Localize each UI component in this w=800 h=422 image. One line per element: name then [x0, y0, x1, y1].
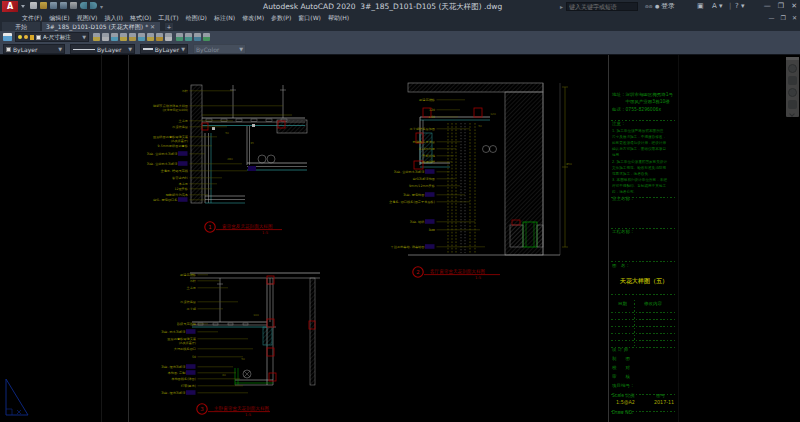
save-as-icon[interactable] [60, 2, 67, 9]
color-dropdown[interactable]: ByLayer ▼ [3, 44, 65, 54]
layer-unlock-icon[interactable] [165, 33, 172, 41]
linetype-value: ByLayer [97, 46, 126, 53]
layer-lock-icon[interactable] [156, 33, 163, 41]
minimize-button[interactable]: — [764, 1, 771, 11]
navbar-handle[interactable] [786, 57, 799, 60]
menu-edit[interactable]: 编辑(E) [49, 13, 69, 22]
detail-label: 吊顶转换层 [180, 300, 197, 304]
detail-title: 窗帘盒及天花剖面大样图 [222, 223, 273, 230]
navigation-bar [786, 57, 799, 117]
search-icon[interactable]: ⊙⊙ [645, 2, 653, 11]
detail-tag [178, 197, 188, 202]
detail-label: 金属骨. 槽铝天花线 [160, 169, 188, 173]
plot-icon[interactable] [70, 2, 77, 9]
menu-window[interactable]: 窗口(W) [298, 13, 321, 22]
layer-make-current-icon[interactable] [93, 33, 100, 41]
detail-dimension: 120 [490, 112, 496, 116]
detail-label: +60 [428, 115, 435, 119]
titleblock-column: 地址：深圳市福田区梅秀路1号 中国风产业园3栋10楼电话：0755-829600… [608, 55, 678, 422]
save-icon[interactable] [50, 2, 57, 9]
detail-scale: 1:5 [245, 412, 252, 417]
orbit-icon[interactable] [788, 100, 797, 109]
layer-delete-icon[interactable] [203, 33, 210, 41]
color-dropdown-arrow-icon: ▼ [58, 46, 62, 52]
detail-label: 9mm/12mm夹板 [409, 184, 436, 188]
restore-button[interactable]: ❐ [778, 1, 784, 11]
tab-start[interactable]: 开始 [2, 22, 40, 31]
layer-properties-icon[interactable] [3, 33, 12, 41]
autodesk-app-icon[interactable]: A ▾ [712, 2, 723, 11]
redo-icon[interactable] [90, 2, 97, 9]
pan-icon[interactable] [788, 76, 797, 85]
linetype-dropdown[interactable]: ByLayer ▼ [70, 44, 135, 54]
menu-insert[interactable]: 插入(I) [104, 13, 122, 22]
menu-dimension[interactable]: 标注(N) [214, 13, 235, 22]
detail-label: 工字钢转换层加固 [410, 127, 436, 131]
titleblock-right-border [678, 55, 679, 422]
layer-freeze-icon[interactable] [138, 33, 145, 41]
layer-dropdown[interactable]: A-尺寸标注 ▼ [15, 32, 89, 42]
layer-unisolate-icon[interactable] [129, 33, 136, 41]
menu-view[interactable]: 视图(V) [77, 13, 98, 22]
detail-label: 乳白. 哑光乳胶漆 [161, 391, 186, 395]
close-button[interactable]: ✕ [791, 1, 797, 11]
layer-isolate-icon[interactable] [120, 33, 127, 41]
lineweight-dropdown[interactable]: ByLayer ▼ [140, 44, 188, 54]
detail-label: 不锈钢槽 [422, 160, 436, 164]
drawing-canvas[interactable]: 吊杆细部节点做法详见大样图(次龙骨间距≤400)主龙骨吊顶转换层双层纸面石膏板错… [0, 55, 800, 422]
detail-dimension: 850 [566, 162, 572, 166]
detail-label: 工字钢 [186, 307, 196, 311]
plotstyle-dropdown: ByColor ▼ [193, 44, 246, 54]
signin-label[interactable]: 登录 [661, 2, 675, 11]
layer-off-icon[interactable] [147, 33, 154, 41]
help-icon[interactable]: ? ▾ [735, 2, 744, 11]
navigation-wheel-icon[interactable] [788, 64, 797, 73]
detail-label: 原建筑楼板 [419, 98, 436, 102]
signin-user-icon[interactable]: ● [655, 2, 659, 11]
layer-vpdefault-icon[interactable] [185, 33, 192, 41]
new-file-icon[interactable] [30, 2, 37, 9]
menu-file[interactable]: 文件(F) [22, 13, 42, 22]
app-logo[interactable]: A [2, 1, 18, 12]
menu-modify[interactable]: 修改(M) [242, 13, 264, 22]
doc-restore-button[interactable]: ❐ [781, 13, 786, 22]
titleblock-line: 1. 施工单位须严格按照本图所注 [612, 128, 663, 133]
menu-format[interactable]: 格式(O) [130, 13, 151, 22]
titleblock-line: 范要求施工，违者自负。 [612, 171, 652, 176]
titleblock-line: 审 核 [612, 374, 630, 380]
zoom-icon[interactable] [788, 88, 797, 97]
doc-minimize-button[interactable]: — [769, 13, 775, 22]
detail-tag [425, 192, 435, 197]
new-tab-button[interactable]: + [165, 23, 173, 30]
app-menu-arrow-icon[interactable] [21, 5, 25, 8]
search-expand-icon[interactable]: ▸ [560, 3, 563, 10]
detail-label: 50 [192, 355, 196, 359]
doc-close-button[interactable]: ✕ [792, 13, 797, 22]
menu-tools[interactable]: 工具(T) [158, 13, 178, 22]
open-file-icon[interactable] [40, 2, 47, 9]
layer-walk-icon[interactable] [176, 33, 183, 41]
navbar-more-icon[interactable] [789, 111, 795, 117]
layer-merge-icon[interactable] [194, 33, 201, 41]
detail-dimension: 35 [250, 141, 254, 145]
ucs-icon [3, 377, 31, 419]
titleblock-line: 修改内容 [644, 301, 662, 307]
layout-line-2 [128, 55, 129, 422]
search-input[interactable] [566, 2, 638, 11]
lineweight-value: ByLayer [155, 46, 179, 53]
layer-previous-icon[interactable] [111, 33, 118, 41]
undo-icon[interactable] [80, 2, 87, 9]
color-swatch [6, 47, 11, 52]
detail-label: 8+8mm厚 [419, 147, 436, 151]
menu-parametric[interactable]: 参数(P) [271, 13, 291, 22]
layer-match-icon[interactable] [102, 33, 109, 41]
menu-draw[interactable]: 绘图(D) [186, 13, 207, 22]
detail-label: 乳白. 哑光乳胶漆 [161, 365, 186, 369]
tab-active-drawing[interactable]: 3#_185_D101-D105 (天花大样图) * ✕ [42, 22, 160, 31]
titleblock-line: 地址：深圳市福田区梅秀路1号 [612, 92, 673, 98]
qat-customize-icon[interactable]: ▾ [100, 2, 107, 9]
app-store-cart-icon[interactable]: ▣ [697, 2, 704, 11]
titleblock-line: 2. 施工单位必须遵照国家有关设计 [612, 159, 667, 164]
titleblock-separator [611, 394, 675, 395]
menu-help[interactable]: 帮助(H) [328, 13, 349, 22]
